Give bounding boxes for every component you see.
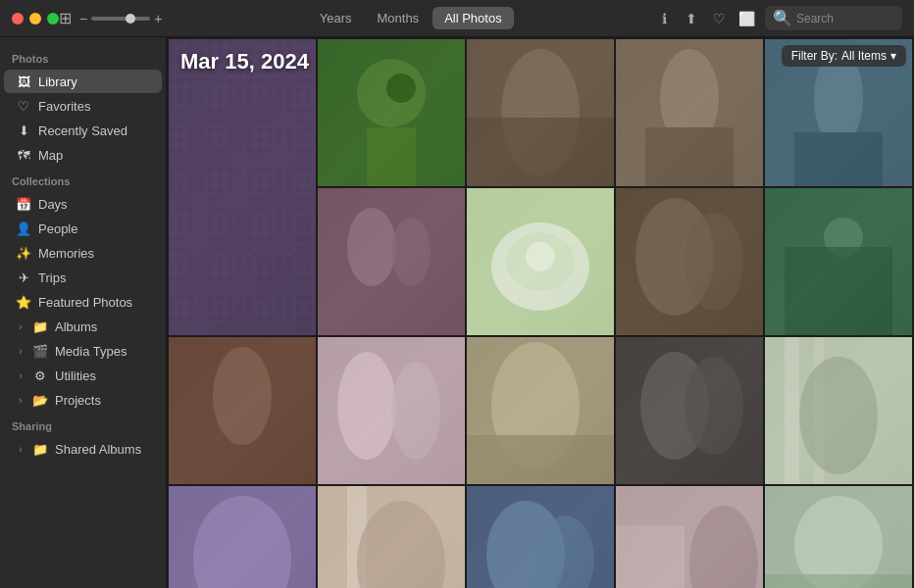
photos-section-label: Photos xyxy=(0,45,166,69)
days-icon: 📅 xyxy=(16,196,31,212)
photo-cell[interactable] xyxy=(616,39,763,186)
nav-tabs-container: Years Months All Photos xyxy=(178,7,643,29)
zoom-controls: − + xyxy=(79,11,162,26)
sidebar-item-label: Utilities xyxy=(55,368,96,383)
chevron-down-icon: ▾ xyxy=(890,49,896,63)
svg-point-26 xyxy=(685,213,743,311)
grid-wrapper: Filter By: All Items ▾ xyxy=(167,37,914,588)
library-icon: 🖼 xyxy=(16,74,31,89)
maximize-button[interactable] xyxy=(47,13,59,24)
photo-cell[interactable] xyxy=(467,337,614,484)
photo-cell[interactable] xyxy=(616,188,763,335)
svg-rect-13 xyxy=(645,127,734,186)
zoom-in-button[interactable]: + xyxy=(154,11,162,26)
sidebar-item-albums[interactable]: › 📁 Albums xyxy=(4,315,162,338)
photo-cell[interactable] xyxy=(318,39,465,186)
photo-cell[interactable] xyxy=(467,39,614,186)
utilities-icon: ⚙ xyxy=(32,368,48,383)
svg-point-44 xyxy=(799,357,878,474)
content-area: Filter By: All Items ▾ xyxy=(167,37,914,588)
featured-icon: ⭐ xyxy=(16,294,31,310)
share-icon[interactable]: ⬆ xyxy=(683,10,700,27)
photo-cell[interactable] xyxy=(616,337,763,484)
sidebar-item-favorites[interactable]: ♡ Favorites xyxy=(4,94,162,118)
photo-cell[interactable] xyxy=(318,337,465,484)
svg-rect-54 xyxy=(616,525,685,588)
traffic-lights xyxy=(12,13,59,24)
sidebar-item-map[interactable]: 🗺 Map xyxy=(4,143,162,167)
memories-icon: ✨ xyxy=(16,245,31,261)
photo-cell[interactable] xyxy=(467,188,614,335)
search-box[interactable]: 🔍 xyxy=(765,6,902,30)
zoom-out-button[interactable]: − xyxy=(79,11,87,26)
sidebar-item-trips[interactable]: ✈ Trips xyxy=(4,266,162,289)
svg-rect-6 xyxy=(367,127,416,186)
expand-icon[interactable]: › xyxy=(16,346,25,357)
sidebar-item-media-types[interactable]: › 🎬 Media Types xyxy=(4,339,162,363)
sidebar-item-label: Days xyxy=(38,197,68,212)
photo-cell[interactable] xyxy=(616,486,763,588)
toolbar-tools: ℹ ⬆ ♡ ⬜ 🔍 xyxy=(655,6,902,30)
svg-rect-1 xyxy=(169,39,316,335)
photo-cell[interactable] xyxy=(765,337,912,484)
sidebar-item-utilities[interactable]: › ⚙ Utilities xyxy=(4,364,162,387)
zoom-slider[interactable] xyxy=(91,17,150,21)
svg-point-7 xyxy=(386,74,416,103)
sidebar-item-memories[interactable]: ✨ Memories xyxy=(4,241,162,265)
shared-albums-icon: 📁 xyxy=(32,441,48,457)
monitor-icon[interactable]: ⊞ xyxy=(59,9,72,27)
photo-cell[interactable] xyxy=(318,486,465,588)
sidebar-item-label: Memories xyxy=(38,246,94,261)
expand-icon[interactable]: › xyxy=(16,370,25,381)
sidebar-item-label: Map xyxy=(38,148,63,163)
heart-icon: ♡ xyxy=(16,98,31,114)
heart-icon[interactable]: ♡ xyxy=(710,10,728,27)
photo-cell[interactable] xyxy=(169,337,316,484)
sidebar-item-featured-photos[interactable]: ⭐ Featured Photos xyxy=(4,290,162,314)
sidebar-item-label: Recently Saved xyxy=(38,123,127,138)
tab-years[interactable]: Years xyxy=(308,7,364,29)
photo-cell[interactable]: Mar 15, 2024 xyxy=(169,39,316,335)
photo-cell[interactable] xyxy=(467,486,614,588)
download-icon: ⬇ xyxy=(16,122,31,138)
projects-icon: 📂 xyxy=(32,392,48,408)
search-input[interactable] xyxy=(796,12,894,25)
close-button[interactable] xyxy=(12,13,24,24)
expand-icon[interactable]: › xyxy=(16,395,25,406)
expand-icon[interactable]: › xyxy=(16,321,25,332)
filter-label: Filter By: xyxy=(791,49,838,63)
photo-cell[interactable] xyxy=(169,486,316,588)
sidebar-item-recently-saved[interactable]: ⬇ Recently Saved xyxy=(4,119,162,142)
expand-icon[interactable]: › xyxy=(16,444,25,455)
svg-rect-10 xyxy=(467,118,614,186)
photo-cell[interactable] xyxy=(318,188,465,335)
tab-all-photos[interactable]: All Photos xyxy=(432,7,514,29)
collections-section-label: Collections xyxy=(0,168,166,191)
albums-icon: 📁 xyxy=(32,318,48,334)
nav-tabs: Years Months All Photos xyxy=(308,7,514,29)
sidebar-item-label: Shared Albums xyxy=(55,442,141,457)
filter-value: All Items xyxy=(841,49,887,63)
svg-point-19 xyxy=(391,218,431,286)
svg-point-31 xyxy=(213,347,272,445)
svg-rect-37 xyxy=(467,435,614,484)
sidebar-item-library[interactable]: 🖼 Library xyxy=(4,70,162,93)
minimize-button[interactable] xyxy=(29,13,41,24)
photo-cell[interactable] xyxy=(765,188,912,335)
sidebar-item-label: Featured Photos xyxy=(38,295,132,310)
zoom-thumb[interactable] xyxy=(126,14,135,24)
title-bar: ⊞ − + Years Months All Photos ℹ ⬆ ♡ ⬜ 🔍 xyxy=(0,0,914,37)
sidebar-item-projects[interactable]: › 📂 Projects xyxy=(4,388,162,412)
photo-cell[interactable] xyxy=(765,486,912,588)
sidebar-item-days[interactable]: 📅 Days xyxy=(4,192,162,216)
crop-icon[interactable]: ⬜ xyxy=(737,10,755,27)
sidebar-item-label: People xyxy=(38,221,77,236)
info-icon[interactable]: ℹ xyxy=(655,10,673,27)
filter-button[interactable]: Filter By: All Items ▾ xyxy=(782,45,906,67)
media-types-icon: 🎬 xyxy=(32,343,48,359)
tab-months[interactable]: Months xyxy=(365,7,431,29)
sidebar-item-shared-albums[interactable]: › 📁 Shared Albums xyxy=(4,437,162,461)
sidebar-item-people[interactable]: 👤 People xyxy=(4,217,162,240)
svg-rect-42 xyxy=(785,337,799,484)
sidebar: Photos 🖼 Library ♡ Favorites ⬇ Recently … xyxy=(0,37,167,588)
